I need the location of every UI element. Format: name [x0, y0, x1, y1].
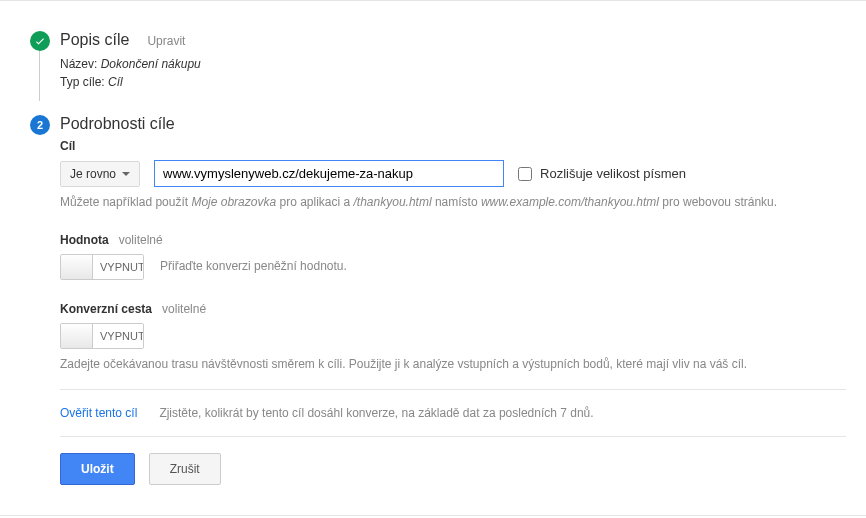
funnel-hint: Zadejte očekávanou trasu návštěvnosti sm… [60, 356, 800, 373]
goal-section-label: Cíl [60, 139, 846, 153]
goal-hint: Můžete například použít Moje obrazovka p… [60, 194, 800, 211]
step2-title: Podrobnosti cíle [60, 115, 175, 133]
case-sensitive-label: Rozlišuje velikost písmen [540, 166, 686, 181]
step2-number-icon: 2 [30, 115, 50, 135]
step-connector [39, 51, 40, 101]
divider [60, 436, 846, 437]
value-toggle[interactable]: VYPNUTO [60, 254, 144, 280]
case-sensitive-checkbox[interactable] [518, 167, 532, 181]
value-hint: Přiřaďte konverzi peněžní hodnotu. [160, 258, 347, 275]
goal-type-label: Typ cíle: [60, 75, 105, 89]
goal-url-input[interactable] [154, 160, 504, 187]
value-section-label: Hodnota [60, 233, 109, 247]
goal-type-value: Cíl [108, 75, 123, 89]
match-type-dropdown[interactable]: Je rovno [60, 161, 140, 187]
save-button[interactable]: Uložit [60, 453, 135, 485]
funnel-section-label: Konverzní cesta [60, 302, 152, 316]
step1-edit-link[interactable]: Upravit [147, 34, 185, 48]
chevron-down-icon [122, 172, 130, 176]
funnel-toggle[interactable]: VYPNUTO [60, 323, 144, 349]
verify-goal-text: Zjistěte, kolikrát by tento cíl dosáhl k… [159, 406, 593, 420]
funnel-optional-label: volitelné [162, 302, 206, 316]
value-optional-label: volitelné [119, 233, 163, 247]
verify-goal-link[interactable]: Ověřit tento cíl [60, 406, 137, 420]
divider [60, 389, 846, 390]
goal-name-value: Dokončení nákupu [101, 57, 201, 71]
step1-title: Popis cíle [60, 31, 129, 49]
check-icon [30, 31, 50, 51]
goal-name-label: Název: [60, 57, 97, 71]
footer-divider [0, 515, 866, 516]
cancel-button[interactable]: Zrušit [149, 453, 221, 485]
